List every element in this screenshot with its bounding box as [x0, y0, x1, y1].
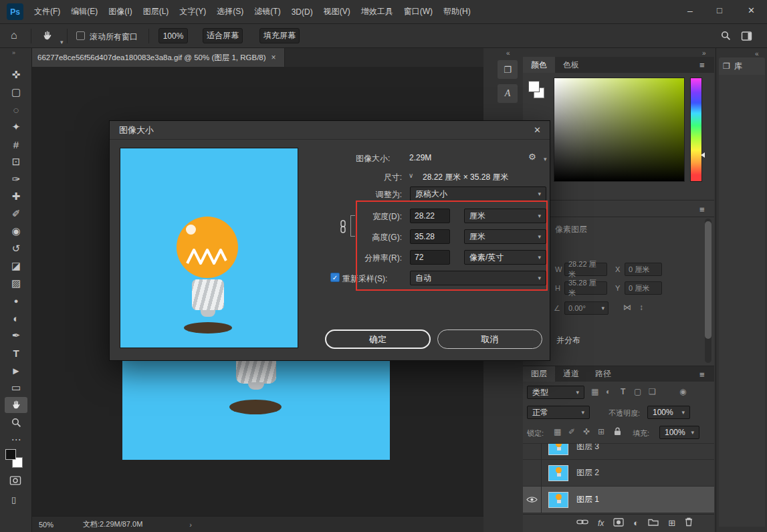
- tab-color[interactable]: 颜色: [523, 57, 555, 73]
- library-tab[interactable]: ❐ 库: [719, 57, 765, 75]
- quick-mask-icon[interactable]: [9, 476, 22, 487]
- tab-layers[interactable]: 图层: [523, 366, 555, 382]
- quick-selection-tool[interactable]: ✦: [5, 119, 27, 135]
- resolution-input[interactable]: 72: [410, 250, 450, 265]
- properties-scrollbar-track[interactable]: [705, 219, 711, 363]
- layer-1-name[interactable]: 图层 1: [576, 494, 599, 505]
- ok-button[interactable]: 确定: [325, 329, 431, 349]
- dimensions-chevron-icon[interactable]: ∨: [409, 172, 413, 179]
- layer-filter-dropdown[interactable]: 类型▾: [527, 386, 584, 399]
- screen-mode-icon[interactable]: ▯: [11, 495, 16, 505]
- hue-slider-marker[interactable]: [701, 152, 705, 158]
- menu-3d[interactable]: 3D(D): [286, 7, 318, 17]
- document-tab[interactable]: 66277e8ce56f56d407dea180083e3a8a.gif @ 5…: [32, 48, 285, 67]
- gear-icon[interactable]: ⚙: [528, 152, 536, 162]
- tool-preset-arrow-icon[interactable]: ▾: [60, 39, 64, 45]
- layer-3-visibility-well[interactable]: [523, 443, 542, 459]
- flip-horizontal-icon[interactable]: ⋈: [623, 303, 631, 312]
- menu-select[interactable]: 选择(S): [211, 6, 249, 17]
- home-icon[interactable]: ⌂: [11, 29, 17, 41]
- angle-arrow-icon[interactable]: ▾: [601, 305, 605, 311]
- brush-tool[interactable]: ✐: [5, 206, 27, 222]
- window-close-button[interactable]: ✕: [748, 5, 755, 15]
- link-dimensions-icon[interactable]: [339, 220, 347, 235]
- width-input[interactable]: 28.22: [410, 209, 450, 223]
- h-field[interactable]: 35.28 厘米: [564, 281, 607, 295]
- adjustment-filter-icon[interactable]: ◐: [606, 387, 611, 396]
- path-selection-tool[interactable]: ►: [5, 362, 27, 378]
- height-input[interactable]: 35.28: [410, 229, 450, 244]
- window-minimize-button[interactable]: –: [687, 5, 693, 16]
- blend-mode-dropdown[interactable]: 正常▾: [527, 406, 590, 419]
- properties-panel-button[interactable]: ❐: [498, 60, 518, 79]
- layer-style-fx-icon[interactable]: fx: [598, 519, 604, 528]
- lock-position-icon[interactable]: ✜: [583, 427, 590, 436]
- new-group-icon[interactable]: [648, 518, 659, 528]
- menu-window[interactable]: 窗口(W): [399, 6, 438, 17]
- zoom-100-button[interactable]: 100%: [158, 28, 188, 43]
- hue-slider[interactable]: [690, 78, 702, 182]
- link-layers-icon[interactable]: [576, 518, 588, 528]
- angle-field[interactable]: 0.00°▾: [564, 301, 609, 315]
- menu-type[interactable]: 文字(Y): [174, 6, 211, 17]
- status-expand-icon[interactable]: ›: [189, 521, 192, 529]
- fit-screen-button[interactable]: 适合屏幕: [203, 28, 243, 43]
- search-icon[interactable]: [721, 31, 731, 43]
- lock-transparent-icon[interactable]: ▦: [554, 427, 561, 436]
- panel-group-collapse-icon[interactable]: »: [702, 49, 706, 57]
- clone-stamp-tool[interactable]: ◉: [5, 223, 27, 239]
- type-filter-icon[interactable]: T: [621, 387, 625, 396]
- history-brush-tool[interactable]: ↺: [5, 241, 27, 257]
- menu-filter[interactable]: 滤镜(T): [249, 6, 286, 17]
- menu-layer[interactable]: 图层(L): [138, 6, 175, 17]
- hand-tool[interactable]: [5, 397, 27, 413]
- edit-toolbar-icon[interactable]: ⋯: [5, 432, 27, 448]
- foreground-color-swatch[interactable]: [5, 449, 16, 460]
- layer-row-2[interactable]: 图层 2: [523, 460, 714, 487]
- adjustments-panel-menu-icon[interactable]: ≡: [699, 205, 705, 215]
- menu-image[interactable]: 图像(I): [103, 6, 137, 17]
- layer-3-thumbnail[interactable]: [548, 443, 568, 455]
- status-zoom-value[interactable]: 50%: [39, 521, 53, 529]
- height-unit-dropdown[interactable]: 厘米▾: [464, 229, 546, 244]
- dodge-tool[interactable]: ◐: [5, 310, 27, 326]
- filter-toggle-icon[interactable]: ◉: [679, 387, 686, 396]
- lasso-tool[interactable]: ◌: [5, 102, 27, 118]
- layer-row-1[interactable]: 图层 1: [523, 487, 714, 513]
- adjustment-layer-icon[interactable]: ◐: [633, 518, 639, 528]
- layer-row-3[interactable]: 图层 3: [523, 443, 714, 460]
- frame-tool[interactable]: ⊡: [5, 154, 27, 170]
- menu-file[interactable]: 文件(F): [29, 6, 66, 17]
- adjustments-panel-header[interactable]: 调整 ≡: [523, 200, 714, 217]
- menu-edit[interactable]: 编辑(E): [66, 6, 103, 17]
- smart-object-filter-icon[interactable]: ❏: [649, 387, 656, 396]
- lock-all-icon[interactable]: [614, 427, 621, 438]
- color-gradient-field[interactable]: [554, 78, 685, 182]
- window-maximize-button[interactable]: □: [717, 5, 722, 15]
- flip-vertical-icon[interactable]: ↕: [639, 303, 643, 312]
- tab-swatches[interactable]: 色板: [555, 57, 587, 73]
- fill-dropdown[interactable]: 100%▾: [659, 426, 699, 439]
- resolution-unit-dropdown[interactable]: 像素/英寸▾: [464, 250, 546, 265]
- character-panel-button[interactable]: A: [498, 84, 518, 103]
- pixel-filter-icon[interactable]: ▦: [591, 387, 598, 396]
- resample-dropdown[interactable]: 自动▾: [410, 271, 546, 285]
- width-unit-dropdown[interactable]: 厘米▾: [464, 209, 546, 223]
- resample-checkbox[interactable]: ✓: [330, 273, 340, 282]
- y-field[interactable]: 0 厘米: [625, 281, 662, 295]
- current-tool-hand-icon[interactable]: [41, 30, 53, 43]
- dialog-close-icon[interactable]: ✕: [534, 125, 541, 135]
- layer-2-name[interactable]: 图层 2: [576, 467, 599, 479]
- lock-artboard-icon[interactable]: ⊞: [598, 427, 605, 436]
- color-panel-menu-icon[interactable]: ≡: [699, 60, 705, 70]
- tab-channels[interactable]: 通道: [555, 366, 587, 382]
- type-tool[interactable]: T: [5, 345, 27, 361]
- zoom-tool[interactable]: [5, 414, 27, 430]
- workspace-switcher-icon[interactable]: [741, 31, 752, 43]
- menu-view[interactable]: 视图(V): [318, 6, 356, 17]
- layer-mask-icon[interactable]: [613, 518, 624, 529]
- dialog-titlebar[interactable]: 图像大小 ✕: [110, 121, 550, 140]
- properties-scrollbar-thumb[interactable]: [705, 221, 711, 339]
- gradient-tool[interactable]: ▨: [5, 275, 27, 291]
- toolbar-collapse-icon[interactable]: »: [12, 49, 15, 56]
